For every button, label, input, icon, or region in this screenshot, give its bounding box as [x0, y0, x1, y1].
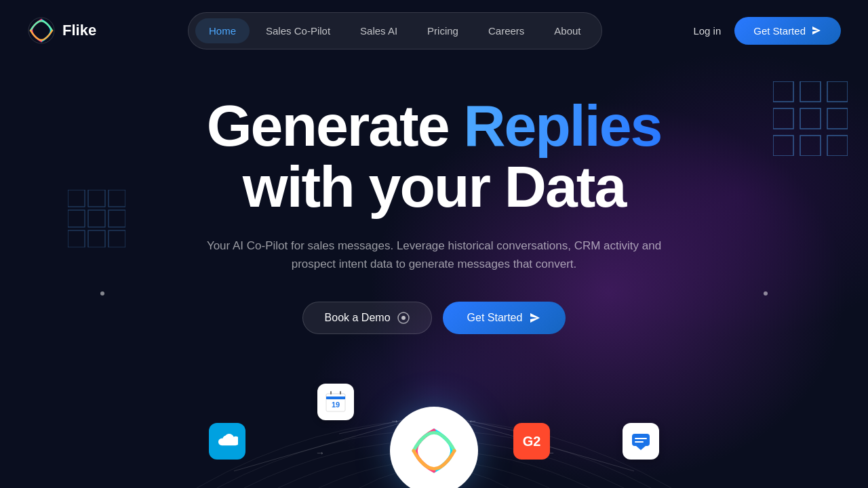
nav-link-about[interactable]: About [540, 18, 594, 43]
hero-buttons: Book a Demo Get Started [302, 302, 566, 334]
nav-link-careers[interactable]: Careers [475, 18, 538, 43]
brand-name: Flike [62, 22, 96, 39]
headline-line2: with your Data [207, 156, 662, 217]
integration-illustration: → → ← ← 19 G2 [0, 339, 868, 488]
logo-link[interactable]: Flike [27, 16, 96, 45]
headline-part1: Generate [207, 93, 464, 158]
center-flike-icon [410, 427, 458, 474]
nav-get-started-button[interactable]: Get Started [734, 17, 841, 45]
google-calendar-node: 19 [317, 384, 354, 420]
hero-headline: Generate Replies with your Data [207, 95, 662, 218]
svg-text:→: → [315, 447, 325, 458]
svg-rect-35 [632, 434, 650, 446]
center-logo-circle [390, 407, 478, 488]
book-demo-button[interactable]: Book a Demo [302, 302, 432, 334]
nav-actions: Log in Get Started [693, 17, 841, 45]
nav-link-home[interactable]: Home [195, 18, 250, 43]
g2-label: G2 [523, 434, 541, 449]
calendar-icon: 19 [325, 391, 347, 413]
svg-point-20 [401, 316, 406, 320]
hero-subtext: Your AI Co-Pilot for sales messages. Lev… [197, 237, 671, 273]
svg-text:19: 19 [332, 401, 340, 409]
navbar: Flike Home Sales Co-Pilot Sales AI Prici… [0, 0, 868, 61]
nav-pill: Home Sales Co-Pilot Sales AI Pricing Car… [188, 12, 602, 49]
hero-section: Generate Replies with your Data Your AI … [0, 61, 868, 334]
g2-node: G2 [513, 423, 550, 460]
messaging-node [623, 423, 659, 460]
headline-highlight: Replies [463, 93, 661, 158]
nav-link-sales-copilot[interactable]: Sales Co-Pilot [252, 18, 344, 43]
salesforce-icon [216, 434, 238, 449]
message-icon [631, 431, 651, 451]
svg-rect-31 [326, 396, 345, 399]
send-icon [811, 25, 822, 36]
login-button[interactable]: Log in [693, 25, 721, 37]
nav-link-sales-ai[interactable]: Sales AI [347, 18, 411, 43]
salesforce-node [209, 423, 245, 460]
demo-icon [397, 312, 410, 324]
arrow-icon [529, 312, 541, 324]
nav-link-pricing[interactable]: Pricing [414, 18, 472, 43]
logo-icon [27, 16, 56, 45]
hero-get-started-button[interactable]: Get Started [443, 302, 566, 334]
